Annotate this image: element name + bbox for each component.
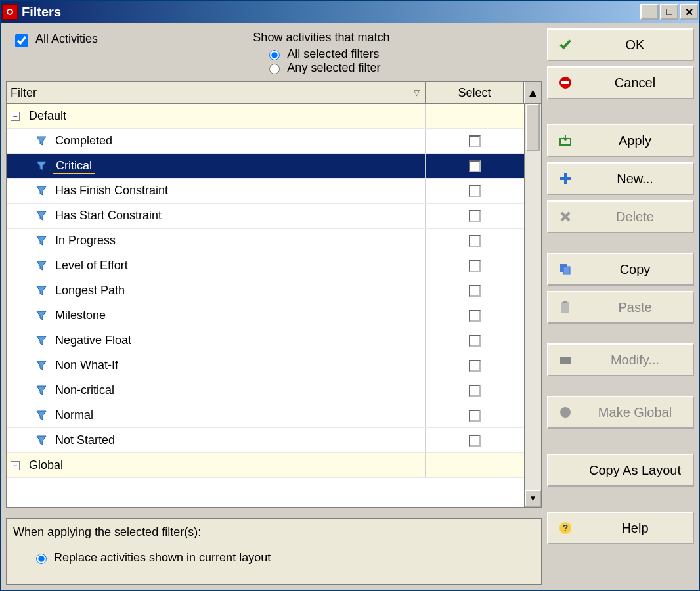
filter-row[interactable]: Critical xyxy=(7,154,524,179)
match-label: Show activities that match xyxy=(253,31,542,45)
apply-icon xyxy=(558,133,573,148)
select-checkbox[interactable] xyxy=(469,360,481,372)
filter-row[interactable]: Negative Float xyxy=(7,328,524,353)
filter-icon xyxy=(35,210,47,222)
sort-icon[interactable]: ▽ xyxy=(414,88,420,97)
delete-label: Delete xyxy=(586,209,684,225)
column-filter[interactable]: Filter ▽ xyxy=(7,82,426,103)
group-label: Global xyxy=(29,458,63,472)
filter-icon xyxy=(35,435,47,447)
filter-label: Longest Path xyxy=(55,284,125,297)
help-label: Help xyxy=(586,521,684,536)
match-all-label: All selected filters xyxy=(287,47,379,61)
match-any-row[interactable]: Any selected filter xyxy=(253,61,542,75)
replace-row[interactable]: Replace activities shown in current layo… xyxy=(13,551,535,565)
new-label: New... xyxy=(586,171,684,186)
top-options: All Activities Show activities that matc… xyxy=(6,28,542,81)
filter-label: Completed xyxy=(55,134,112,147)
titlebar[interactable]: Filters _ □ ✕ xyxy=(1,1,699,23)
filter-row[interactable]: Non What-If xyxy=(7,353,524,378)
filter-row[interactable]: Longest Path xyxy=(7,278,524,303)
minimize-button[interactable]: _ xyxy=(640,4,659,20)
scrollbar-thumb[interactable] xyxy=(526,104,540,151)
modify-button[interactable]: Modify... xyxy=(547,343,694,376)
filter-icon xyxy=(35,385,47,397)
select-checkbox[interactable] xyxy=(469,160,481,172)
cancel-icon xyxy=(558,76,573,90)
match-all-radio[interactable] xyxy=(269,50,280,60)
plus-icon xyxy=(558,171,573,186)
scroll-up-button[interactable]: ▲ xyxy=(524,82,541,103)
svg-rect-5 xyxy=(561,302,569,313)
select-checkbox[interactable] xyxy=(469,260,481,272)
close-button[interactable]: ✕ xyxy=(680,4,698,20)
filter-icon xyxy=(35,360,47,372)
match-any-radio[interactable] xyxy=(269,64,280,74)
new-button[interactable]: New... xyxy=(547,162,694,195)
filter-icon xyxy=(35,410,47,422)
cancel-label: Cancel xyxy=(586,76,684,91)
filter-row[interactable]: In Progress xyxy=(7,229,524,253)
select-checkbox[interactable] xyxy=(469,410,481,422)
replace-radio[interactable] xyxy=(36,554,47,564)
filter-label: Non What-If xyxy=(55,359,118,372)
all-activities-option[interactable]: All Activities xyxy=(6,28,253,75)
filter-row[interactable]: Not Started xyxy=(7,428,524,453)
maximize-button[interactable]: □ xyxy=(660,4,678,20)
scroll-down-button[interactable]: ▼ xyxy=(525,490,541,507)
svg-text:?: ? xyxy=(563,523,569,533)
vertical-scrollbar[interactable]: ▼ xyxy=(524,104,541,507)
column-select[interactable]: Select xyxy=(426,82,524,103)
expander-icon[interactable]: − xyxy=(11,461,20,470)
filter-row[interactable]: Normal xyxy=(7,403,524,428)
filter-row[interactable]: Milestone xyxy=(7,303,524,328)
filter-icon xyxy=(35,235,47,247)
cancel-button[interactable]: Cancel xyxy=(547,66,694,99)
copy-button[interactable]: Copy xyxy=(547,253,694,286)
match-group: Show activities that match All selected … xyxy=(253,28,542,75)
filter-label: Critical xyxy=(56,159,92,172)
column-filter-label: Filter xyxy=(11,86,37,100)
select-checkbox[interactable] xyxy=(469,285,481,297)
filter-icon xyxy=(35,335,47,347)
modify-icon xyxy=(558,353,573,367)
help-button[interactable]: ? Help xyxy=(547,512,694,544)
make-global-button[interactable]: Make Global xyxy=(547,396,694,429)
filter-label: Milestone xyxy=(55,309,106,322)
svg-rect-4 xyxy=(563,267,570,274)
select-checkbox[interactable] xyxy=(469,435,481,447)
expander-icon[interactable]: − xyxy=(11,112,20,121)
match-all-row[interactable]: All selected filters xyxy=(253,47,542,61)
copy-as-layout-button[interactable]: Copy As Layout xyxy=(547,454,694,487)
paste-button[interactable]: Paste xyxy=(547,291,694,324)
select-checkbox[interactable] xyxy=(469,235,481,247)
select-checkbox[interactable] xyxy=(469,310,481,322)
select-checkbox[interactable] xyxy=(469,210,481,222)
match-any-label: Any selected filter xyxy=(287,61,380,75)
select-checkbox[interactable] xyxy=(469,335,481,347)
group-row[interactable]: −Default xyxy=(7,104,524,129)
svg-rect-7 xyxy=(560,357,571,364)
svg-rect-1 xyxy=(561,81,569,84)
window-title: Filters xyxy=(22,5,639,20)
filter-row[interactable]: Level of Effort xyxy=(7,253,524,278)
filter-label: Not Started xyxy=(55,433,115,447)
filter-icon xyxy=(35,260,47,272)
apply-button[interactable]: Apply xyxy=(547,124,694,157)
filter-row[interactable]: Non-critical xyxy=(7,378,524,403)
copy-icon xyxy=(558,262,573,276)
delete-button[interactable]: Delete xyxy=(547,200,694,233)
filter-row[interactable]: Has Start Constraint xyxy=(7,204,524,229)
help-icon: ? xyxy=(558,521,573,535)
ok-button[interactable]: OK xyxy=(547,28,694,61)
select-checkbox[interactable] xyxy=(469,135,481,147)
filter-row[interactable]: Has Finish Constraint xyxy=(7,179,524,204)
globe-icon xyxy=(558,405,573,420)
all-activities-checkbox[interactable] xyxy=(15,34,28,47)
filter-icon xyxy=(35,135,47,147)
filter-row[interactable]: Completed xyxy=(7,129,524,154)
filter-label: Negative Float xyxy=(55,334,131,347)
group-row[interactable]: −Global xyxy=(7,453,524,478)
select-checkbox[interactable] xyxy=(469,385,481,397)
select-checkbox[interactable] xyxy=(469,185,481,197)
